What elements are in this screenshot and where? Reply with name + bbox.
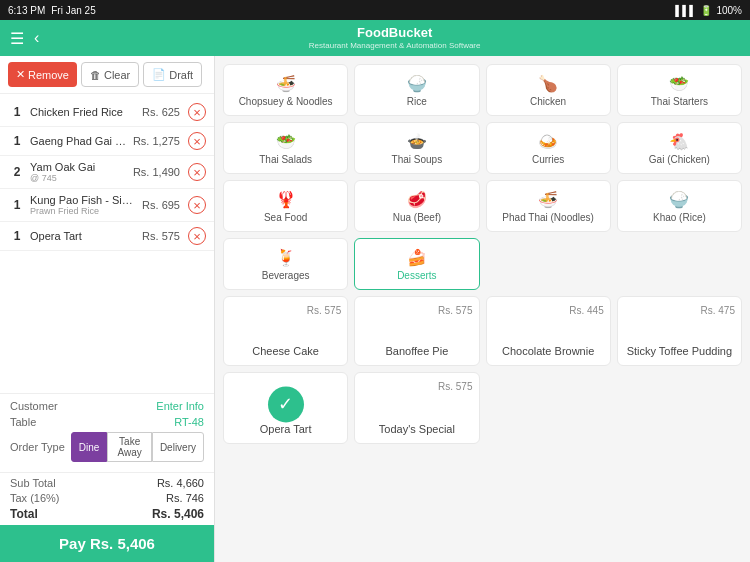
items-grid: Rs. 575 Cheese Cake Rs. 575 Banoffee Pie… bbox=[223, 296, 742, 444]
menu-item-price: Rs. 575 bbox=[438, 305, 472, 316]
category-card-3[interactable]: 🥗 Thai Starters bbox=[617, 64, 742, 116]
item-remove-button[interactable]: × bbox=[188, 227, 206, 245]
brand-header: FoodBucket Restaurant Management & Autom… bbox=[49, 25, 740, 50]
item-name: Gaeng Phad Gai Mak... bbox=[30, 135, 129, 147]
category-card-2[interactable]: 🍗 Chicken bbox=[486, 64, 611, 116]
item-remove-button[interactable]: × bbox=[188, 132, 206, 150]
grand-total-label: Total bbox=[10, 507, 38, 521]
order-type-row: Order Type DineTake AwayDelivery bbox=[10, 432, 204, 462]
item-price: Rs. 1,275 bbox=[133, 135, 180, 147]
top-nav: ☰ ‹ FoodBucket Restaurant Management & A… bbox=[0, 20, 750, 56]
battery-value: 100% bbox=[716, 5, 742, 16]
category-label: Thai Salads bbox=[259, 154, 312, 165]
category-icon: 🍚 bbox=[407, 74, 427, 93]
pay-button[interactable]: Pay Rs. 5,406 bbox=[0, 525, 214, 562]
order-type-buttons: DineTake AwayDelivery bbox=[71, 432, 204, 462]
left-panel: ✕ Remove 🗑 Clear 📄 Draft 1 Chicken Fried… bbox=[0, 56, 215, 562]
toolbar: ✕ Remove 🗑 Clear 📄 Draft bbox=[0, 56, 214, 94]
category-card-5[interactable]: 🍲 Thai Soups bbox=[354, 122, 479, 174]
menu-item-card-3[interactable]: Rs. 475 Sticky Toffee Pudding bbox=[617, 296, 742, 366]
category-label: Sea Food bbox=[264, 212, 307, 223]
menu-item-card-4[interactable]: ✓ Opera Tart bbox=[223, 372, 348, 444]
category-label: Thai Starters bbox=[651, 96, 708, 107]
order-item: 1 Gaeng Phad Gai Mak... Rs. 1,275 × bbox=[0, 127, 214, 156]
item-price: Rs. 1,490 bbox=[133, 166, 180, 178]
subtotal-value: Rs. 4,660 bbox=[157, 477, 204, 489]
item-qty: 1 bbox=[8, 229, 26, 243]
category-icon: 🍜 bbox=[276, 74, 296, 93]
order-type-label: Order Type bbox=[10, 441, 65, 453]
menu-item-price: Rs. 475 bbox=[701, 305, 735, 316]
grand-total-value: Rs. 5,406 bbox=[152, 507, 204, 521]
brand-sub: Restaurant Management & Automation Softw… bbox=[309, 41, 481, 51]
category-icon: 🥗 bbox=[276, 132, 296, 151]
menu-item-card-2[interactable]: Rs. 445 Chocolate Brownie bbox=[486, 296, 611, 366]
category-card-7[interactable]: 🐔 Gai (Chicken) bbox=[617, 122, 742, 174]
category-card-8[interactable]: 🦞 Sea Food bbox=[223, 180, 348, 232]
hamburger-icon[interactable]: ☰ bbox=[10, 29, 24, 48]
category-icon: 🍚 bbox=[669, 190, 689, 209]
category-card-6[interactable]: 🍛 Curries bbox=[486, 122, 611, 174]
menu-item-name: Chocolate Brownie bbox=[502, 345, 594, 357]
subtotal-row: Sub Total Rs. 4,660 bbox=[10, 477, 204, 489]
category-icon: 🐔 bbox=[669, 132, 689, 151]
clear-button[interactable]: 🗑 Clear bbox=[81, 62, 139, 87]
item-name: Yam Oak Gai bbox=[30, 161, 129, 173]
main-layout: ✕ Remove 🗑 Clear 📄 Draft 1 Chicken Fried… bbox=[0, 56, 750, 562]
order-item: 1 Kung Pao Fish - Single Prawn Fried Ric… bbox=[0, 189, 214, 222]
menu-item-card-0[interactable]: Rs. 575 Cheese Cake bbox=[223, 296, 348, 366]
category-label: Chopsuey & Noodles bbox=[239, 96, 333, 107]
order-type-button-delivery[interactable]: Delivery bbox=[152, 432, 204, 462]
customer-row: Customer Enter Info bbox=[10, 400, 204, 412]
item-name: Chicken Fried Rice bbox=[30, 106, 138, 118]
status-bar: 6:13 PM Fri Jan 25 ▌▌▌ 🔋 100% bbox=[0, 0, 750, 20]
category-icon: 🍹 bbox=[276, 248, 296, 267]
draft-button[interactable]: 📄 Draft bbox=[143, 62, 202, 87]
item-info: Gaeng Phad Gai Mak... bbox=[30, 135, 129, 147]
remove-label: Remove bbox=[28, 69, 69, 81]
customer-label: Customer bbox=[10, 400, 58, 412]
menu-item-name: Today's Special bbox=[379, 423, 455, 435]
category-icon: 🍰 bbox=[407, 248, 427, 267]
customer-section: Customer Enter Info Table RT-48 Order Ty… bbox=[0, 393, 214, 472]
order-type-button-take-away[interactable]: Take Away bbox=[107, 432, 151, 462]
category-label: Gai (Chicken) bbox=[649, 154, 710, 165]
item-info: Yam Oak Gai @ 745 bbox=[30, 161, 129, 183]
category-card-9[interactable]: 🥩 Nua (Beef) bbox=[354, 180, 479, 232]
customer-value[interactable]: Enter Info bbox=[156, 400, 204, 412]
category-card-13[interactable]: 🍰 Desserts bbox=[354, 238, 479, 290]
item-info: Opera Tart bbox=[30, 230, 138, 242]
item-name: Kung Pao Fish - Single bbox=[30, 194, 138, 206]
back-icon[interactable]: ‹ bbox=[34, 29, 39, 47]
item-remove-button[interactable]: × bbox=[188, 163, 206, 181]
item-remove-button[interactable]: × bbox=[188, 196, 206, 214]
order-item: 2 Yam Oak Gai @ 745 Rs. 1,490 × bbox=[0, 156, 214, 189]
menu-item-price: Rs. 445 bbox=[569, 305, 603, 316]
item-remove-button[interactable]: × bbox=[188, 103, 206, 121]
clear-label: Clear bbox=[104, 69, 130, 81]
menu-item-price: Rs. 575 bbox=[307, 305, 341, 316]
category-label: Khao (Rice) bbox=[653, 212, 706, 223]
category-card-10[interactable]: 🍜 Phad Thai (Noodles) bbox=[486, 180, 611, 232]
right-panel: 🍜 Chopsuey & Noodles 🍚 Rice 🍗 Chicken 🥗 … bbox=[215, 56, 750, 562]
clear-icon: 🗑 bbox=[90, 69, 101, 81]
item-price: Rs. 575 bbox=[142, 230, 180, 242]
category-card-12[interactable]: 🍹 Beverages bbox=[223, 238, 348, 290]
category-card-1[interactable]: 🍚 Rice bbox=[354, 64, 479, 116]
menu-item-name: Cheese Cake bbox=[252, 345, 319, 357]
order-type-button-dine[interactable]: Dine bbox=[71, 432, 108, 462]
menu-item-card-1[interactable]: Rs. 575 Banoffee Pie bbox=[354, 296, 479, 366]
menu-item-card-5[interactable]: Rs. 575 Today's Special bbox=[354, 372, 479, 444]
category-card-4[interactable]: 🥗 Thai Salads bbox=[223, 122, 348, 174]
category-card-11[interactable]: 🍚 Khao (Rice) bbox=[617, 180, 742, 232]
category-icon: 🍛 bbox=[538, 132, 558, 151]
category-grid: 🍜 Chopsuey & Noodles 🍚 Rice 🍗 Chicken 🥗 … bbox=[223, 64, 742, 290]
category-card-0[interactable]: 🍜 Chopsuey & Noodles bbox=[223, 64, 348, 116]
status-right: ▌▌▌ 🔋 100% bbox=[675, 5, 742, 16]
category-label: Rice bbox=[407, 96, 427, 107]
category-label: Nua (Beef) bbox=[393, 212, 441, 223]
remove-button[interactable]: ✕ Remove bbox=[8, 62, 77, 87]
category-label: Beverages bbox=[262, 270, 310, 281]
item-sub: Prawn Fried Rice bbox=[30, 206, 138, 216]
category-label: Desserts bbox=[397, 270, 436, 281]
